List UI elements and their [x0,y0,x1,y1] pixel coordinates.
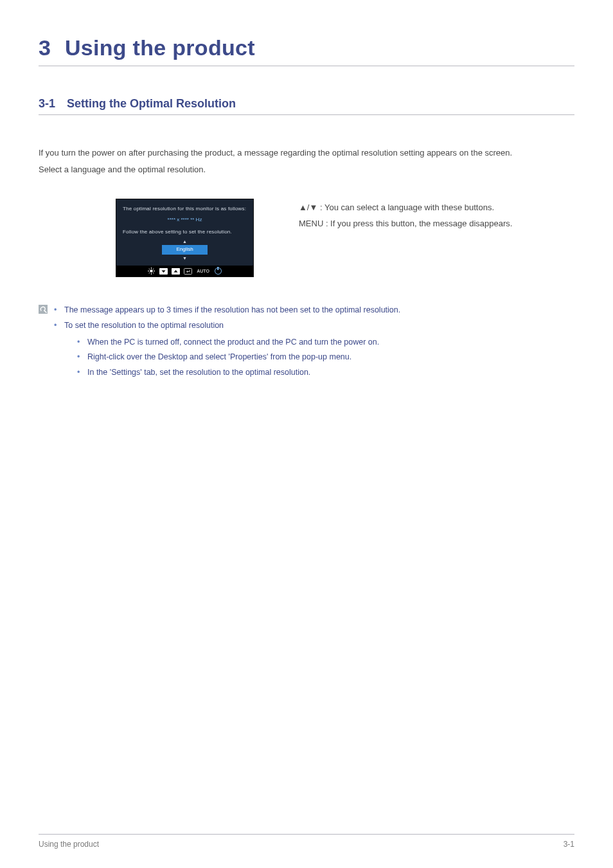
chapter-number: 3 [39,35,51,60]
svg-line-5 [149,269,150,269]
intro-line-1: If you turn the power on after purchasin… [39,145,574,161]
osd-message-2: Follow the above setting to set the reso… [123,229,247,236]
up-button-icon [171,267,181,275]
section-heading: 3-1 Setting the Optimal Resolution [39,97,574,115]
intro-paragraph: If you turn the power on after purchasin… [39,145,574,178]
footer-left: Using the product [39,840,99,849]
chapter-heading: 3 Using the product [39,35,574,66]
auto-button-label: AUTO [195,269,211,273]
osd-button-bar: AUTO [116,266,253,276]
svg-line-6 [153,273,154,273]
note-item-1: The message appears up to 3 times if the… [54,303,400,318]
down-button-icon [159,267,168,275]
power-icon [213,267,223,275]
note-subitem-c: In the 'Settings' tab, set the resolutio… [77,365,400,381]
triangle-up-icon: ▲ [123,239,247,244]
note-item-2-text: To set the resolution to the optimal res… [64,321,224,330]
note-subitem-b: Right-click over the Desktop and select … [77,350,400,365]
svg-line-7 [149,273,150,273]
note-list: The message appears up to 3 times if the… [54,303,400,381]
note-item-2: To set the resolution to the optimal res… [54,318,400,381]
page-footer: Using the product 3-1 [39,834,574,849]
description-arrows: ▲/▼ : You can select a language with the… [299,200,512,216]
osd-screenshot: The optimal resolution for this monitor … [116,199,254,277]
svg-point-0 [150,269,152,272]
description-menu: MENU : If you press this button, the mes… [299,216,512,232]
brightness-icon [147,267,156,275]
svg-line-8 [153,269,154,269]
section-number: 3-1 [39,97,55,111]
intro-line-2: Select a language and the optimal resolu… [39,161,574,178]
osd-language-selector: English [162,245,207,255]
section-title: Setting the Optimal Resolution [67,97,236,111]
footer-right: 3-1 [564,840,574,849]
chapter-title: Using the product [65,35,255,60]
triangle-down-icon: ▼ [123,256,247,260]
button-descriptions: ▲/▼ : You can select a language with the… [299,199,512,231]
enter-button-icon [183,267,193,275]
osd-message-1: The optimal resolution for this monitor … [123,206,247,213]
note-icon [39,305,48,314]
osd-resolution: **** x **** ** Hz [123,217,247,224]
note-subitem-a: When the PC is turned off, connect the p… [77,335,400,350]
